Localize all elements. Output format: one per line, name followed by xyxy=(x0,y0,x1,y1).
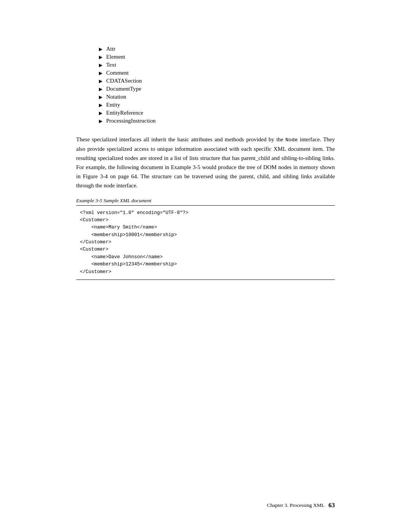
bullet-arrow-icon: ▶ xyxy=(99,78,102,84)
footer-chapter-text: Chapter 3. Processing XML xyxy=(267,502,325,508)
bullet-list: ▶Attr▶Element▶Text▶Comment▶CDATASection▶… xyxy=(99,46,335,124)
bullet-item-text: ProcessingInstruction xyxy=(106,118,156,124)
bullet-item: ▶Entity xyxy=(99,102,335,108)
bullet-arrow-icon: ▶ xyxy=(99,62,102,68)
bullet-item: ▶ProcessingInstruction xyxy=(99,118,335,124)
bullet-item: ▶EntityReference xyxy=(99,110,335,116)
code-block: <?xml version="1.0" encoding="UTF-8"?> <… xyxy=(76,209,335,276)
bullet-item: ▶Text xyxy=(99,62,335,68)
bullet-item-text: CDATASection xyxy=(106,78,142,84)
bullet-arrow-icon: ▶ xyxy=(99,102,102,108)
bullet-item-text: Element xyxy=(106,54,125,60)
bullet-item-text: Entity xyxy=(106,102,120,108)
body-paragraph: These specialized interfaces all inherit… xyxy=(76,135,335,190)
bullet-arrow-icon: ▶ xyxy=(99,46,102,52)
page: ▶Attr▶Element▶Text▶Comment▶CDATASection▶… xyxy=(0,0,411,532)
bullet-item-text: Text xyxy=(106,62,116,68)
bullet-arrow-icon: ▶ xyxy=(99,54,102,60)
bullet-item: ▶CDATASection xyxy=(99,78,335,84)
bullet-item-text: Comment xyxy=(106,70,129,76)
bullet-item: ▶Notation xyxy=(99,94,335,100)
footer-page-number: 63 xyxy=(328,502,335,509)
bullet-item-text: Attr xyxy=(106,46,115,52)
code-block-wrapper: <?xml version="1.0" encoding="UTF-8"?> <… xyxy=(76,205,335,280)
bullet-arrow-icon: ▶ xyxy=(99,86,102,92)
page-footer: Chapter 3. Processing XML 63 xyxy=(267,502,335,509)
bullet-item: ▶Comment xyxy=(99,70,335,76)
bullet-arrow-icon: ▶ xyxy=(99,94,102,100)
code-inline-node: Node xyxy=(285,137,298,143)
bullet-item-text: DocumentType xyxy=(106,86,141,92)
bullet-arrow-icon: ▶ xyxy=(99,110,102,116)
bullet-item-text: Notation xyxy=(106,94,126,100)
example-caption: Example 3-5 Sample XML document xyxy=(76,198,335,204)
bullet-item-text: EntityReference xyxy=(106,110,143,116)
bullet-arrow-icon: ▶ xyxy=(99,70,102,76)
bullet-arrow-icon: ▶ xyxy=(99,118,102,124)
bullet-item: ▶DocumentType xyxy=(99,86,335,92)
bullet-item: ▶Attr xyxy=(99,46,335,52)
bullet-item: ▶Element xyxy=(99,54,335,60)
